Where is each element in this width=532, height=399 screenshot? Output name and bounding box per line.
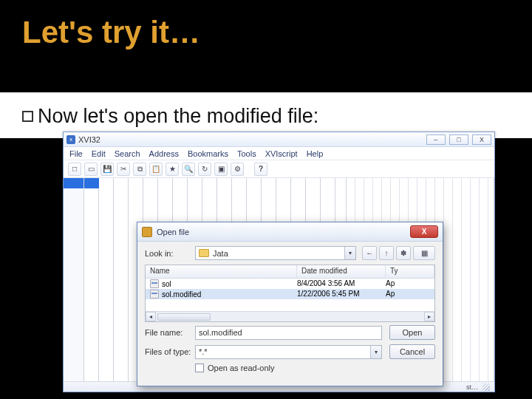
address-column[interactable] bbox=[64, 178, 84, 381]
horizontal-scrollbar[interactable]: ◂ ▸ bbox=[146, 311, 434, 321]
scroll-thumb[interactable] bbox=[157, 313, 211, 321]
app-title: XVI32 bbox=[78, 135, 100, 144]
lookin-value: Jata bbox=[213, 249, 228, 258]
app-titlebar[interactable]: x XVI32 – □ X bbox=[64, 132, 494, 147]
views-button[interactable]: ▦ bbox=[413, 246, 435, 260]
slide-title: Let's try it… bbox=[0, 0, 532, 56]
maximize-button[interactable]: □ bbox=[449, 134, 468, 145]
find-icon[interactable]: 🔍 bbox=[182, 163, 195, 176]
col-type[interactable]: Ty bbox=[386, 265, 434, 278]
menu-help[interactable]: Help bbox=[307, 149, 324, 158]
new-folder-button[interactable]: ✽ bbox=[396, 246, 411, 260]
bullet-text: Now let's open the modified file: bbox=[38, 105, 318, 128]
scroll-left-icon[interactable]: ◂ bbox=[146, 312, 156, 321]
minimize-button[interactable]: – bbox=[426, 134, 446, 145]
tool-icon[interactable]: ⚙ bbox=[231, 163, 244, 176]
filename-input[interactable]: sol.modified bbox=[195, 326, 382, 340]
paste-icon[interactable]: 📋 bbox=[149, 163, 163, 176]
menu-xviscript[interactable]: XVIscript bbox=[265, 149, 298, 158]
cut-icon[interactable]: ✂ bbox=[117, 163, 130, 176]
dialog-title: Open file bbox=[157, 228, 410, 236]
chevron-down-icon[interactable]: ▾ bbox=[344, 247, 355, 259]
open-button[interactable]: Open bbox=[389, 325, 435, 340]
open-file-dialog: Open file X Look in: Jata ▾ ← ↑ ✽ ▦ Name… bbox=[137, 222, 443, 386]
file-row[interactable]: sol.modified 1/22/2006 5:45 PM Ap bbox=[146, 289, 434, 299]
lookin-combo[interactable]: Jata ▾ bbox=[195, 246, 356, 260]
close-button[interactable]: X bbox=[472, 134, 491, 145]
chevron-down-icon[interactable]: ▾ bbox=[370, 346, 381, 358]
open-icon[interactable]: ▭ bbox=[84, 163, 98, 176]
dialog-close-button[interactable]: X bbox=[410, 225, 438, 238]
folder-icon bbox=[199, 249, 209, 257]
cancel-button[interactable]: Cancel bbox=[389, 344, 435, 359]
lookin-label: Look in: bbox=[145, 249, 195, 258]
file-row[interactable]: sol 8/4/2004 3:56 AM Ap bbox=[146, 279, 434, 289]
bookmark-icon[interactable]: ★ bbox=[166, 163, 179, 176]
new-icon[interactable]: □ bbox=[68, 163, 81, 176]
up-button[interactable]: ↑ bbox=[379, 246, 394, 260]
copy-icon[interactable]: ⧉ bbox=[133, 163, 146, 176]
file-list[interactable]: Name Date modified Ty sol 8/4/2004 3:56 … bbox=[145, 265, 435, 322]
window-buttons: – □ X bbox=[425, 134, 491, 145]
save-icon[interactable]: 💾 bbox=[100, 163, 114, 176]
status-text: st… bbox=[466, 383, 478, 391]
menu-address[interactable]: Address bbox=[149, 149, 179, 158]
col-date[interactable]: Date modified bbox=[297, 265, 386, 278]
app-icon: x bbox=[66, 135, 75, 144]
filename-label: File name: bbox=[145, 328, 195, 337]
readonly-checkbox[interactable] bbox=[195, 364, 204, 372]
bullet-marker bbox=[22, 111, 33, 122]
readonly-label: Open as read-only bbox=[208, 364, 275, 372]
menu-file[interactable]: File bbox=[69, 149, 83, 158]
file-icon bbox=[150, 279, 159, 288]
menu-search[interactable]: Search bbox=[115, 149, 140, 158]
filetype-combo[interactable]: *.* ▾ bbox=[195, 345, 382, 359]
menu-bookmarks[interactable]: Bookmarks bbox=[188, 149, 228, 158]
help-icon[interactable]: ? bbox=[254, 163, 267, 176]
file-list-header[interactable]: Name Date modified Ty bbox=[146, 265, 434, 279]
menu-bar: File Edit Search Address Bookmarks Tools… bbox=[64, 147, 494, 160]
col-name[interactable]: Name bbox=[146, 265, 297, 278]
menu-tools[interactable]: Tools bbox=[237, 149, 256, 158]
resize-grip-icon[interactable] bbox=[482, 383, 490, 391]
scroll-right-icon[interactable]: ▸ bbox=[424, 312, 434, 321]
menu-edit[interactable]: Edit bbox=[92, 149, 106, 158]
dialog-titlebar[interactable]: Open file X bbox=[137, 222, 443, 242]
filetype-label: Files of type: bbox=[145, 347, 195, 356]
findnext-icon[interactable]: ↻ bbox=[198, 163, 211, 176]
toolbar: □ ▭ 💾 ✂ ⧉ 📋 ★ 🔍 ↻ ▣ ⚙ ? bbox=[64, 160, 494, 178]
back-button[interactable]: ← bbox=[362, 246, 377, 260]
folder-open-icon bbox=[142, 227, 152, 237]
go-icon[interactable]: ▣ bbox=[214, 163, 228, 176]
file-icon bbox=[150, 290, 159, 299]
